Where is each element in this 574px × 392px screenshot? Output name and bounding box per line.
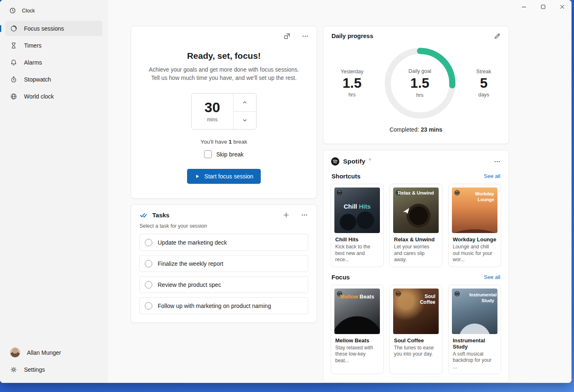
bell-icon [10, 59, 17, 66]
task-row[interactable]: Finalize the weekly report [139, 255, 308, 272]
focus-tiles: Mellow Beats Mellow Beats Stay relaxed w… [331, 285, 501, 374]
spotify-card: Spotify ® Shortcuts See all [323, 150, 509, 383]
user-name: Allan Munger [27, 349, 61, 356]
playlist-art: Workday Lounge [452, 188, 497, 233]
daily-progress-title: Daily progress [331, 33, 500, 39]
window-controls [514, 0, 572, 14]
task-radio[interactable] [145, 260, 152, 267]
sidebar-item-stopwatch[interactable]: Stopwatch [5, 72, 102, 87]
completed-summary: Completed: 23 mins [331, 126, 500, 133]
sidebar-item-label: Timers [24, 42, 41, 49]
tasks-more-options-icon[interactable] [300, 211, 308, 219]
playlist-tile-relax-unwind[interactable]: Relax & Unwind Relax & Unwind Let your w… [389, 184, 442, 267]
focus-title: Ready, set, focus! [141, 51, 307, 61]
popout-icon[interactable] [283, 32, 291, 40]
window-title: Clock [22, 8, 35, 14]
minutes-increase-button[interactable] [233, 94, 256, 112]
skip-break-label: Skip break [216, 151, 243, 158]
spotify-more-options-icon[interactable] [493, 157, 501, 166]
minutes-value-area[interactable]: 30 mins [192, 94, 233, 129]
spotify-watermark-icon [454, 291, 460, 296]
playlist-description: Let your worries and cares slip away. [394, 244, 438, 263]
globe-icon [10, 93, 17, 100]
playlist-description: The tunes to ease you into your day. [394, 345, 438, 358]
paper-plane-graphic [403, 208, 411, 215]
sidebar-item-timers[interactable]: Timers [5, 38, 102, 53]
focus-sessions-icon [10, 25, 17, 32]
tasks-title: Tasks [152, 212, 169, 219]
task-radio[interactable] [145, 239, 152, 246]
sidebar-item-settings[interactable]: Settings [5, 362, 102, 377]
content: Ready, set, focus! Achieve your goals an… [108, 0, 572, 383]
shortcuts-section-title: Shortcuts [331, 173, 360, 180]
playlist-tile-workday-lounge[interactable]: Workday Lounge Workday Lounge Lounge and… [448, 184, 501, 267]
playlist-description: Lounge and chill out music for your wor.… [453, 244, 497, 263]
task-row[interactable]: Review the product spec [139, 276, 308, 293]
minutes-unit: mins [207, 117, 217, 123]
break-info: You'll have 1 break [141, 139, 307, 145]
main-area: Ready, set, focus! Achieve your goals an… [108, 0, 572, 383]
focus-session-card: Ready, set, focus! Achieve your goals an… [131, 26, 317, 199]
focus-section-title: Focus [331, 274, 350, 281]
minutes-value: 30 [204, 100, 220, 114]
shortcuts-see-all-link[interactable]: See all [484, 173, 500, 179]
playlist-art: Soul Coffee [393, 289, 439, 334]
titlebar: Clock [0, 0, 107, 20]
skip-break-row: Skip break [141, 150, 307, 158]
shortcuts-tiles: Chill Hits Chill Hits Kick back to the b… [331, 184, 501, 267]
playlist-art: Mellow Beats [334, 289, 380, 334]
clock-app-window: Clock Focus sessions Timers Alarms [0, 0, 572, 383]
task-radio[interactable] [145, 302, 152, 310]
task-radio[interactable] [145, 281, 152, 289]
spotify-watermark-icon [337, 190, 342, 195]
tasks-check-icon [139, 211, 147, 219]
spotify-brand: Spotify [343, 158, 365, 165]
spotify-watermark-icon [396, 291, 401, 296]
daily-goal-progress-ring: Daily goal 1.5 hrs [382, 45, 458, 121]
playlist-description: A soft musical backdrop for your ... [453, 351, 497, 370]
playlist-tile-instrumental-study[interactable]: Instrumental Study Instrumental Study A … [448, 285, 501, 374]
focus-subtitle: Achieve your goals and get more done wit… [141, 66, 307, 82]
close-button[interactable] [552, 0, 572, 14]
playlist-art: Chill Hits [334, 188, 380, 233]
maximize-button[interactable] [533, 0, 552, 14]
minimize-button[interactable] [514, 0, 533, 14]
streak-stat: Streak 5 days [476, 69, 491, 98]
spotify-watermark-icon [454, 190, 460, 195]
sidebar-bottom: Allan Munger Settings [0, 345, 107, 383]
sidebar: Clock Focus sessions Timers Alarms [0, 0, 108, 383]
add-task-icon[interactable] [282, 211, 290, 219]
playlist-tile-chill-hits[interactable]: Chill Hits Chill Hits Kick back to the b… [331, 184, 384, 267]
clock-app-icon [9, 7, 16, 14]
user-avatar [10, 347, 20, 358]
user-profile-item[interactable]: Allan Munger [5, 345, 102, 360]
right-column: Daily progress Yesterday 1.5 hrs [323, 26, 509, 383]
edit-pencil-icon[interactable] [493, 32, 501, 40]
spotify-logo-icon [331, 157, 340, 166]
playlist-name: Relax & Unwind [394, 236, 438, 243]
sidebar-nav: Focus sessions Timers Alarms Stopwatch [0, 20, 107, 105]
sidebar-item-alarms[interactable]: Alarms [5, 55, 102, 70]
playlist-tile-mellow-beats[interactable]: Mellow Beats Mellow Beats Stay relaxed w… [331, 285, 384, 374]
settings-label: Settings [24, 366, 45, 373]
play-icon [195, 173, 200, 179]
skip-break-checkbox[interactable] [204, 150, 212, 158]
start-focus-session-button[interactable]: Start focus session [187, 169, 261, 184]
focus-see-all-link[interactable]: See all [484, 274, 500, 280]
yesterday-stat: Yesterday 1.5 hrs [341, 69, 363, 98]
sidebar-item-focus-sessions[interactable]: Focus sessions [5, 21, 102, 36]
chevron-down-icon [242, 117, 248, 123]
sidebar-item-world-clock[interactable]: World clock [5, 89, 102, 104]
more-options-icon[interactable] [301, 32, 309, 40]
sidebar-item-label: Focus sessions [24, 25, 64, 32]
playlist-name: Instrumental Study [453, 337, 497, 350]
playlist-tile-soul-coffee[interactable]: Soul Coffee Soul Coffee The tunes to eas… [389, 285, 442, 374]
task-row[interactable]: Update the marketing deck [139, 234, 308, 251]
task-row[interactable]: Follow up with marketing on product nami… [139, 297, 308, 314]
minutes-decrease-button[interactable] [233, 112, 256, 130]
left-column: Ready, set, focus! Achieve your goals an… [131, 26, 317, 383]
minutes-stepper: 30 mins [191, 93, 257, 130]
playlist-description: Kick back to the best new and rece... [335, 244, 379, 263]
playlist-name: Soul Coffee [394, 337, 438, 344]
sidebar-item-label: World clock [24, 93, 54, 100]
